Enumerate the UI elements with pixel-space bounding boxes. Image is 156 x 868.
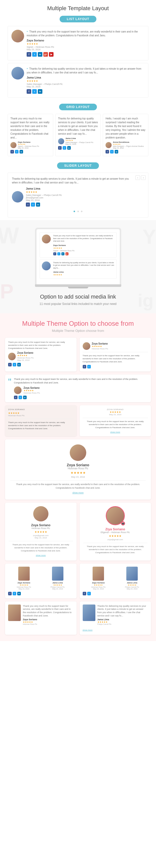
star-rating: ★★★★★ (116, 584, 148, 586)
author-name: Zoya Soriano (92, 342, 108, 345)
avatar (42, 235, 51, 243)
googleplus-icon[interactable]: g+ (66, 252, 69, 255)
twitter-icon[interactable]: t (32, 52, 37, 57)
divider (83, 352, 148, 352)
laptop-base (35, 284, 121, 287)
author-role: Hickman Ross Plc (24, 392, 40, 394)
facebook-icon[interactable]: f (27, 89, 31, 94)
googleplus-icon[interactable]: g+ (43, 52, 48, 57)
avatar (14, 386, 22, 394)
linkedin-icon[interactable]: in (20, 150, 23, 153)
facebook-icon[interactable]: f (53, 252, 56, 255)
read-more-link[interactable]: show more (110, 431, 120, 433)
read-more-link[interactable]: show more (83, 629, 92, 631)
grid-layout-container: Thank you very much to me support team f… (8, 114, 148, 156)
slider-dot[interactable] (77, 211, 79, 212)
camera-icon: 📷 (121, 521, 125, 525)
avatar (12, 191, 23, 203)
author-1: Zaya Soriano ★★★★★ Hickman Ross Plc May … (8, 567, 40, 590)
twitter-icon[interactable]: t (32, 89, 37, 94)
facebook-icon[interactable]: f (27, 52, 31, 57)
author-role: Hickman Ross Plc (9, 527, 73, 530)
theme-card-two-authors: Zaya Soriano ★★★★★ Hickman Ross Plc May … (5, 564, 77, 598)
star-rating: ★★★★★ (53, 274, 114, 276)
linkedin-icon[interactable]: in (62, 252, 65, 255)
star-rating: ★★★★★ (8, 412, 74, 414)
author-date: May 23, 2016 (17, 359, 34, 361)
read-more-link[interactable]: show more (72, 491, 83, 494)
avatar (106, 142, 112, 148)
author-info: Thanks for delivering top quality servic… (98, 604, 148, 625)
linkedin-icon[interactable]: in (38, 89, 42, 94)
author-name: Zoya Soriano (9, 523, 73, 527)
author-2: Jama Lima ★★★★★ Phelps Carroll Plc May 2… (116, 567, 148, 590)
facebook-icon[interactable]: f (8, 363, 12, 366)
slider-dots (12, 209, 144, 213)
avatar (58, 138, 64, 144)
linkedin-icon[interactable]: in (23, 396, 27, 399)
quote-content: Thank you very much to the support team … (14, 378, 148, 399)
theme-card-minimal: Zoya Soriano ★★★★★ Hickman Ross Plc Than… (80, 338, 151, 371)
read-more-link[interactable]: show more (36, 554, 46, 556)
linkedin-icon[interactable]: in (17, 363, 21, 366)
youtube-icon[interactable]: ▶ (49, 52, 53, 57)
linkedin-icon[interactable]: in (115, 150, 118, 153)
star-rating: ★★★★★ (27, 80, 145, 82)
testimonial-list-item: " Thank you very much to the support tea… (8, 26, 148, 60)
social-icons-row: f t in g+ ▶ (27, 52, 145, 57)
social-section-title: Option to add social media link (5, 293, 151, 300)
testimonial-text: Thanks for delivering top quality servic… (58, 117, 98, 136)
slider-dot[interactable] (81, 211, 82, 212)
twitter-icon[interactable]: t (13, 363, 16, 366)
twitter-icon[interactable]: t (87, 365, 91, 368)
grid-layout-badge: GRID LAYOUT (59, 104, 97, 110)
facebook-icon[interactable]: f (26, 203, 30, 207)
author-name: Zaya Soriano (18, 141, 39, 143)
facebook-icon[interactable]: f (8, 592, 12, 595)
facebook-icon[interactable]: f (106, 150, 109, 153)
social-icons-row: f t (83, 365, 148, 368)
linkedin-icon[interactable]: in (38, 52, 42, 57)
twitter-icon[interactable]: t (13, 592, 16, 595)
twitter-icon[interactable]: t (31, 203, 35, 207)
social-icons-row: f t in (10, 150, 50, 153)
twitter-icon[interactable]: t (57, 252, 61, 255)
linkedin-icon[interactable]: in (67, 146, 71, 150)
social-icons-row: f t in (8, 363, 74, 366)
author-info: Jama Lima ★★★★★ Sales Manager – Phelps C… (66, 137, 93, 145)
author-name: Zaya Soriano (23, 618, 74, 621)
facebook-icon[interactable]: f (58, 146, 62, 150)
author-2: Jama Lima ★★★★★ Phelps Carroll Plc May 2… (42, 567, 74, 590)
slider-dot[interactable] (74, 211, 75, 212)
author-name: Zaya Soriano (83, 582, 114, 584)
divider (9, 541, 73, 541)
author-date: May 23, 2016 (27, 85, 145, 88)
author-date: May 23, 2016 (10, 476, 146, 478)
twitter-icon[interactable]: t (87, 592, 91, 595)
avatar (70, 444, 86, 461)
slider-prev-button[interactable]: ‹ (135, 175, 140, 180)
author-name: Zaya Soriano (8, 582, 40, 584)
star-rating: ★★★★★ (9, 530, 73, 534)
theme-grid-row-6: Zaya Soriano ★★★★★ Hickman Ross Plc May … (5, 564, 151, 598)
author-date: May 23, 2016 (83, 588, 114, 590)
facebook-icon[interactable]: f (83, 365, 86, 368)
facebook-icon[interactable]: f (14, 396, 17, 399)
avatar-portrait (92, 567, 104, 581)
author-name: Jama Lima (42, 582, 74, 584)
linkedin-icon[interactable]: in (17, 592, 21, 595)
twitter-icon[interactable]: t (63, 146, 66, 150)
testimonial-text: " Thanks for delivering top quality serv… (27, 67, 145, 74)
author-date: May 23, 2016 (26, 199, 62, 202)
linkedin-icon[interactable]: in (36, 203, 40, 207)
author-name: Zoya Soriano (17, 351, 34, 354)
theme-card-centered: ZOYA SORIANO ★★★★★ May 23, 2016 Thank yo… (80, 405, 151, 436)
twitter-icon[interactable]: t (15, 150, 18, 153)
slider-next-button[interactable]: › (141, 175, 146, 180)
facebook-icon[interactable]: f (83, 592, 86, 595)
twitter-icon[interactable]: t (110, 150, 114, 153)
facebook-icon[interactable]: f (10, 150, 14, 153)
divider (8, 419, 74, 419)
twitter-icon[interactable]: t (18, 396, 22, 399)
author-row: Zoya Soriano ★★★★★ Hickman Ross Plc May … (8, 351, 74, 361)
